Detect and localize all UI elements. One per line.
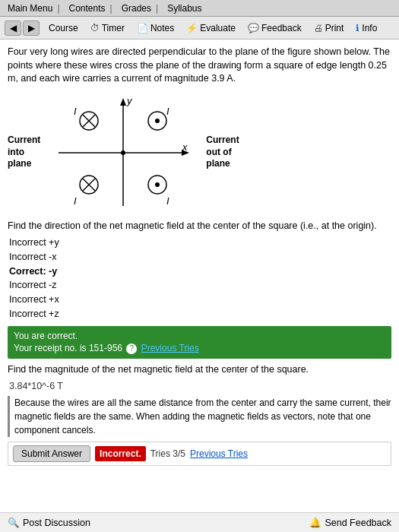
previous-tries-link2[interactable]: Previous Tries [190,448,248,461]
receipt-icon: ? [126,344,137,354]
explanation-box: Because the wires are all the same dista… [8,396,391,437]
previous-tries-link[interactable]: Previous Tries [141,343,199,353]
incorrect-badge: Incorrect. [95,446,146,462]
timer-button[interactable]: ⏱ Timer [87,21,128,35]
svg-text:x: x [182,141,188,153]
timer-icon: ⏱ [90,23,100,33]
post-discussion-icon: 🔍 [8,517,20,528]
physics-diagram: y x I I I [43,92,203,214]
receipt-line: Your receipt no. is 151-956 ? Previous T… [14,342,385,355]
course-button[interactable]: Course [46,21,81,35]
post-discussion-button[interactable]: 🔍 Post Discussion [8,517,90,528]
menu-item-syllabus[interactable]: Syllabus [163,2,206,14]
print-button[interactable]: 🖨 Print [311,21,347,35]
diagram-area: Current into plane y x [8,92,391,214]
menu-item-contents[interactable]: Contents [65,2,117,14]
info-button[interactable]: ℹ Info [353,21,380,35]
answer-options: Incorrect +y Incorrect -x Correct: -y In… [8,236,391,321]
toolbar: ◀ ▶ Course ⏱ Timer 📄 Notes ⚡ Evaluate 💬 … [0,17,399,40]
option-minus-x: Incorrect -x [9,250,391,264]
send-feedback-icon: 🔔 [309,517,321,528]
svg-text:I: I [166,106,169,117]
forward-button[interactable]: ▶ [23,21,40,36]
question1-text: Find the direction of the net magnetic f… [8,220,391,233]
evaluate-icon: ⚡ [186,23,198,33]
course-label: Course [49,23,78,33]
intro-text: Four very long wires are directed perpen… [8,46,391,86]
current-into-label: Current into plane [8,135,40,170]
notes-icon: 📄 [137,23,148,33]
option-minus-z: Incorrect -z [9,278,391,293]
option-plus-z: Incorrect +z [9,307,391,321]
menu-item-grades[interactable]: Grades [117,2,163,14]
svg-point-11 [155,119,160,123]
feedback-button[interactable]: 💬 Feedback [245,21,305,35]
footer: 🔍 Post Discussion 🔔 Send Feedback [0,512,399,532]
print-icon: 🖨 [314,23,323,33]
menu-bar: Main Menu Contents Grades Syllabus [0,0,399,17]
back-button[interactable]: ◀ [5,21,21,36]
menu-item-mainmenu[interactable]: Main Menu [3,2,65,14]
content-area: Four very long wires are directed perpen… [0,40,399,512]
question2-text: Find the magnitude of the net magnetic f… [8,363,391,377]
nav-arrows: ◀ ▶ [5,21,40,36]
current-out-label: Current out of plane [206,135,239,170]
info-icon: ℹ [356,23,359,33]
magnitude-answer: 3.84*10^-6 T [9,380,391,394]
svg-text:y: y [126,95,133,106]
svg-point-18 [155,182,160,187]
feedback-icon: 💬 [248,23,259,33]
svg-text:I: I [166,195,169,207]
main-container: Main Menu Contents Grades Syllabus ◀ ▶ C… [0,0,399,532]
notes-button[interactable]: 📄 Notes [134,21,177,35]
svg-text:I: I [74,195,77,207]
option-minus-y: Correct: -y [9,264,391,279]
option-plus-y: Incorrect +y [9,236,391,250]
tries-count: Tries 3/5 [150,448,185,461]
svg-text:I: I [74,106,77,117]
svg-point-20 [121,150,125,155]
submit-area: Submit Answer Incorrect. Tries 3/5 Previ… [8,442,391,466]
correct-box: You are correct. Your receipt no. is 151… [8,326,391,359]
option-plus-x: Incorrect +x [9,293,391,307]
svg-marker-2 [120,98,126,106]
submit-button[interactable]: Submit Answer [13,445,90,462]
correct-message: You are correct. [14,330,385,343]
send-feedback-button[interactable]: 🔔 Send Feedback [309,517,391,528]
evaluate-button[interactable]: ⚡ Evaluate [183,21,239,35]
